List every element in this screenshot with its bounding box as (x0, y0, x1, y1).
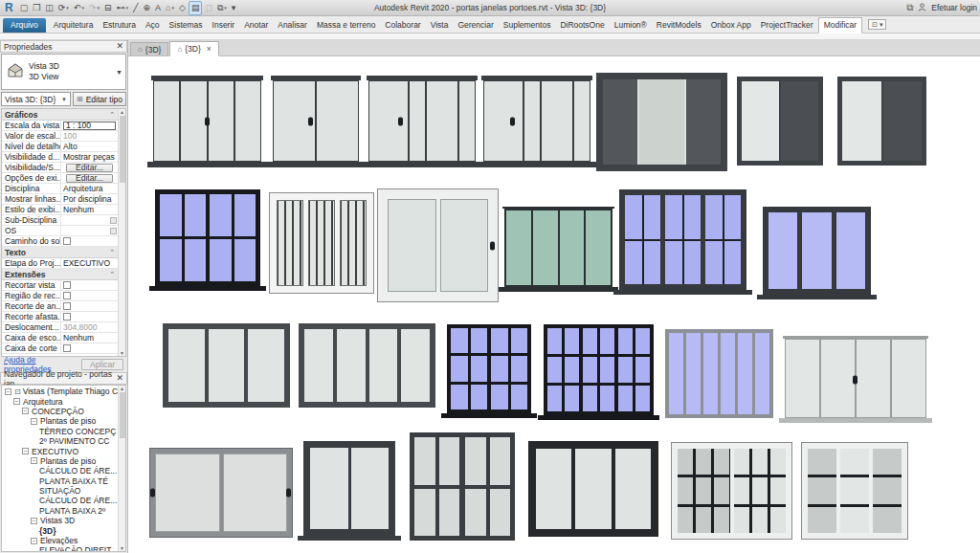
browse-button[interactable] (110, 228, 117, 234)
property-value[interactable]: Alto (61, 142, 118, 151)
property-value[interactable]: Por disciplina (61, 194, 118, 204)
tree-collapse-icon[interactable]: – (5, 388, 11, 395)
ribbon-tab-a-o[interactable]: Aço (141, 18, 165, 33)
tree-item[interactable]: ELEVAÇÃO DIREIT (4, 545, 118, 552)
window-figure[interactable] (303, 441, 395, 541)
section-icon[interactable]: ◇ (177, 2, 188, 14)
window-figure[interactable] (544, 324, 654, 420)
window-figure[interactable] (299, 323, 435, 408)
thin-lines-icon[interactable]: ▤ (189, 1, 203, 15)
tree-item[interactable]: CÁLCULO DE ÁRE... (4, 496, 118, 505)
tree-collapse-icon[interactable]: – (13, 398, 20, 405)
property-checkbox[interactable] (63, 281, 71, 289)
new-icon[interactable]: ▢ (18, 2, 31, 14)
undo-icon[interactable]: ↶▾ (72, 2, 86, 14)
ribbon-tab-colaborar[interactable]: Colaborar (380, 18, 425, 33)
property-value[interactable]: Nenhum (61, 333, 118, 343)
revit-logo[interactable]: R (3, 2, 17, 14)
property-checkbox[interactable] (63, 302, 71, 310)
property-value[interactable]: Mostrar peças (61, 152, 118, 162)
window-figure[interactable] (837, 77, 926, 166)
browse-button[interactable] (110, 217, 117, 224)
property-value[interactable] (61, 301, 118, 311)
ribbon-tab-anotar[interactable]: Anotar (239, 18, 273, 33)
switch-windows-icon[interactable]: ⧉▾ (215, 2, 229, 14)
tree-item[interactable]: –Vistas 3D (4, 516, 118, 525)
browser-scrollbar[interactable]: ▲▼ (118, 386, 125, 551)
edit-type-button[interactable]: ⊞ Editar tipo (73, 92, 126, 106)
ribbon-tab-projecttracker[interactable]: ProjectTracker (756, 18, 818, 33)
window-figure[interactable] (596, 73, 727, 171)
window-figure[interactable] (447, 324, 531, 418)
type-selector[interactable]: Vista 3D 3D View ▼ (1, 54, 126, 90)
print-icon[interactable]: ⊟ (102, 2, 114, 14)
tree-collapse-icon[interactable]: – (31, 518, 37, 524)
properties-scrollbar[interactable]: ▲▼ (118, 109, 125, 356)
ribbon-tab-onbox-app[interactable]: Onbox App (706, 18, 756, 33)
property-value[interactable]: Editar... (61, 163, 118, 172)
close-icon[interactable]: ✕ (116, 42, 123, 51)
render-icon[interactable]: ◻ (203, 2, 213, 14)
property-value[interactable]: Editar... (61, 173, 118, 183)
tree-item[interactable]: –Plantas de piso (4, 456, 118, 466)
window-figure[interactable] (737, 77, 823, 166)
tree-item[interactable]: –Plantas de piso (4, 416, 118, 426)
measure-icon-caret[interactable]: ▾ (126, 2, 129, 14)
sync-icon[interactable]: ⟳▾ (56, 2, 71, 14)
tree-item[interactable]: –CONCEPÇÃO (4, 407, 118, 416)
save-icon[interactable]: ◫ (43, 2, 56, 14)
tree-item[interactable]: {3D} (4, 525, 118, 535)
property-value[interactable]: EXECUTIVO (61, 258, 118, 268)
property-checkbox[interactable] (63, 313, 71, 321)
undo-icon-caret[interactable]: ▾ (81, 2, 84, 14)
tree-item[interactable]: PLANTA BAIXA TÉ (4, 476, 118, 486)
property-checkbox[interactable] (63, 344, 71, 352)
property-section-header[interactable]: Gráficos⌃ (2, 109, 118, 121)
window-figure[interactable] (483, 76, 590, 167)
window-figure[interactable] (153, 76, 261, 167)
ribbon-expand-button[interactable]: ⊡ ▾ (868, 19, 886, 30)
ribbon-tab-suplementos[interactable]: Suplementos (499, 18, 556, 33)
ribbon-tab-vista[interactable]: Vista (426, 18, 454, 33)
window-figure[interactable] (802, 443, 907, 539)
collapse-icon[interactable]: ⌃ (109, 249, 115, 256)
tree-collapse-icon[interactable]: – (22, 448, 29, 454)
tag-icon[interactable]: ⊕ (141, 2, 152, 14)
ribbon-tab-lumion-[interactable]: Lumion® (610, 18, 652, 33)
window-figure[interactable] (155, 189, 260, 291)
collapse-icon[interactable]: ⌃ (109, 111, 115, 119)
ribbon-tab-analisar[interactable]: Analisar (273, 18, 312, 33)
sign-in-link[interactable]: Efetuar login (931, 3, 977, 12)
property-value[interactable] (61, 236, 118, 246)
window-figure[interactable] (150, 449, 292, 537)
instance-combobox[interactable]: Vista 3D: {3D} ▼ (1, 92, 71, 106)
tree-collapse-icon[interactable]: – (31, 457, 37, 464)
edit-button[interactable]: Editar... (66, 164, 112, 172)
open-icon[interactable]: ❒ (31, 2, 42, 14)
customize-qat-icon[interactable]: ▾ (230, 2, 238, 14)
property-checkbox[interactable] (63, 237, 71, 245)
tree-collapse-icon[interactable]: – (31, 418, 37, 425)
ribbon-tab-revitmodels[interactable]: RevitModels (652, 18, 706, 33)
view-tab-0[interactable]: ⌂{3D} (130, 42, 168, 55)
property-checkbox[interactable] (63, 292, 71, 299)
ribbon-tab-sistemas[interactable]: Sistemas (165, 18, 208, 33)
ribbon-tab-massa-e-terreno[interactable]: Massa e terreno (312, 18, 380, 33)
ribbon-tab-estrutura[interactable]: Estrutura (98, 18, 141, 33)
ribbon-tab-modificar[interactable]: Modificar (818, 17, 862, 33)
tree-item[interactable]: 2º PAVIMENTO CC (4, 436, 118, 446)
switch-windows-icon-caret[interactable]: ▾ (224, 2, 227, 14)
property-value[interactable] (61, 343, 118, 353)
property-value[interactable] (61, 280, 118, 290)
redo-icon[interactable]: ↷▾ (87, 2, 101, 14)
property-value[interactable]: Nenhum (61, 205, 118, 214)
tree-item[interactable]: CÁLCULO DE ÁRE... (4, 466, 118, 476)
ribbon-tab-arquitetura[interactable]: Arquitetura (49, 18, 99, 33)
property-value[interactable]: 100 (61, 131, 118, 141)
default-3d-view-icon-caret[interactable]: ▾ (171, 2, 174, 14)
window-figure[interactable] (270, 193, 373, 293)
window-figure[interactable] (665, 329, 773, 418)
close-icon[interactable]: × (207, 44, 212, 54)
property-value[interactable] (61, 215, 118, 225)
default-3d-view-icon[interactable]: ⌂▾ (164, 2, 176, 14)
